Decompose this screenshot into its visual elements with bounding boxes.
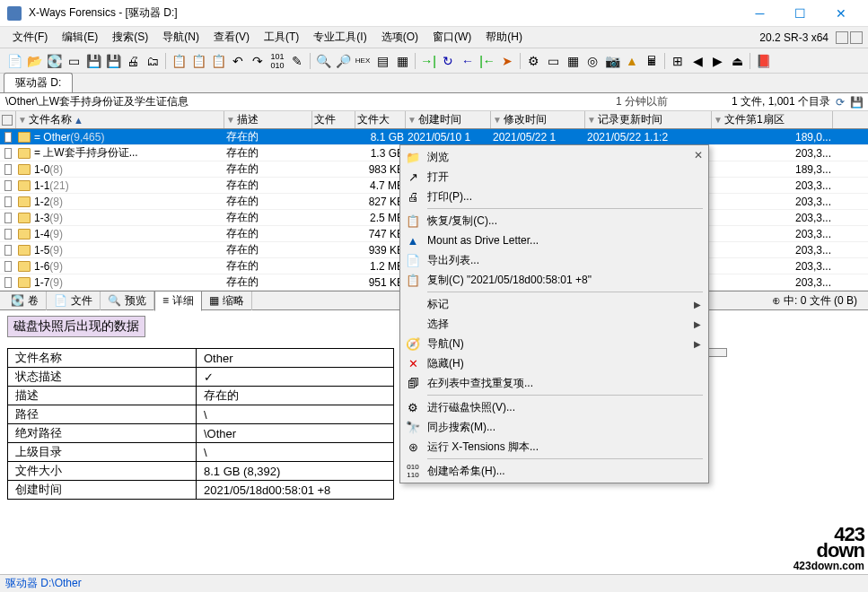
arrow-right-icon[interactable]: ➤ (498, 52, 516, 70)
cm-finddup[interactable]: 🗐在列表中查找重复项... (402, 373, 706, 393)
gear-icon[interactable]: ⚙ (524, 52, 542, 70)
menu-help[interactable]: 帮助(H) (478, 28, 530, 47)
cm-copy[interactable]: 📋复制(C) "2021/05/18d00:58:01 +8" (402, 270, 706, 290)
col-ctime[interactable]: ▼创建时间 (406, 111, 491, 128)
row-checkbox[interactable] (4, 196, 12, 207)
eject-icon[interactable]: ⏏ (728, 52, 746, 70)
col-filename[interactable]: ▼文件名称▲ (16, 111, 224, 128)
cm-browse[interactable]: 📁浏览 (402, 147, 706, 167)
write-icon[interactable]: ✎ (288, 52, 306, 70)
menu-tools[interactable]: 工具(T) (257, 28, 306, 47)
cm-print[interactable]: 🖨打印(P)... (402, 187, 706, 206)
filter-icon[interactable]: ▤ (373, 52, 391, 70)
chip-icon[interactable]: ▦ (564, 52, 582, 70)
clip-icon[interactable]: 📋 (209, 52, 227, 70)
list-icon[interactable]: ▦ (393, 52, 411, 70)
go-right-icon[interactable]: →| (419, 52, 437, 70)
row-checkbox[interactable] (4, 164, 12, 175)
camera-icon[interactable]: 📷 (603, 52, 621, 70)
cm-hide[interactable]: ✕隐藏(H) (402, 353, 706, 373)
tab-volume[interactable]: 💽卷 (4, 292, 47, 310)
cm-select[interactable]: 选择▶ (402, 314, 706, 334)
menu-view[interactable]: 查看(V) (206, 28, 257, 47)
undo-icon[interactable]: ↶ (229, 52, 247, 70)
col-sector[interactable]: ▼文件第1扇区 (712, 111, 833, 128)
flag-icon[interactable]: ▲ (623, 52, 641, 70)
binary-icon[interactable]: 101010 (268, 52, 286, 70)
col-mtime[interactable]: ▼修改时间 (491, 111, 585, 128)
ram-icon[interactable]: ▭ (65, 52, 83, 70)
hex-icon[interactable]: HEX (354, 52, 372, 70)
menu-options[interactable]: 选项(O) (374, 28, 425, 47)
col-checkbox[interactable] (0, 111, 16, 128)
play-back-icon[interactable]: ◀ (688, 52, 706, 70)
save-snapshot-icon[interactable]: 💾 (850, 96, 863, 109)
cm-hashset[interactable]: 010110创建哈希集(H)... (402, 461, 706, 481)
paste-icon[interactable]: 📋 (189, 52, 207, 70)
target-icon[interactable]: ◎ (583, 52, 601, 70)
back-icon[interactable]: ← (459, 52, 477, 70)
target-info: ⊕ 中: 0 文件 (0 B) (765, 293, 864, 309)
row-checkbox[interactable] (4, 180, 12, 191)
disk-icon[interactable]: 💽 (45, 52, 63, 70)
table-row[interactable]: = Other (9,465) 存在的 8.1 GB 2021/05/10 1 … (0, 129, 868, 145)
restore-icon[interactable] (836, 31, 848, 44)
cm-tag[interactable]: 标记▶ (402, 294, 706, 314)
cm-snapshot[interactable]: ⚙进行磁盘快照(V)... (402, 397, 706, 417)
copy-icon[interactable]: 📋 (170, 52, 188, 70)
refresh-icon[interactable]: ⟳ (836, 96, 848, 109)
cm-open[interactable]: ↗打开 (402, 167, 706, 187)
row-checkbox[interactable] (4, 213, 12, 223)
col-file[interactable]: 文件 (312, 111, 355, 128)
col-rtime[interactable]: ▼记录更新时间 (585, 111, 712, 128)
cm-simsearch[interactable]: 🔭同步搜索(M)... (402, 417, 706, 437)
row-checkbox[interactable] (4, 229, 12, 239)
col-size[interactable]: 文件大 (355, 111, 406, 128)
row-checkbox[interactable] (4, 277, 12, 288)
tab-preview[interactable]: 🔍预览 (101, 292, 154, 310)
print-icon[interactable]: 🖨 (124, 52, 142, 70)
row-checkbox[interactable] (4, 261, 12, 272)
case-icon[interactable]: 🗂 (144, 52, 162, 70)
tab-details[interactable]: ≡详细 (154, 291, 202, 311)
tab-file[interactable]: 📄文件 (47, 292, 101, 310)
tab-thumb[interactable]: ▦缩略 (202, 292, 252, 310)
minimize-button[interactable]: ─ (740, 0, 780, 27)
menu-file[interactable]: 文件(F) (5, 28, 55, 47)
row-checkbox[interactable] (4, 245, 12, 256)
close-child-icon[interactable] (850, 31, 863, 44)
go-left-icon[interactable]: |← (478, 52, 496, 70)
cm-recover[interactable]: 📋恢复/复制(C)... (402, 211, 706, 231)
file-name: 1-7 (34, 276, 49, 289)
col-desc[interactable]: ▼描述 (224, 111, 312, 128)
cpu-icon[interactable]: ▭ (544, 52, 562, 70)
row-checkbox[interactable] (4, 148, 12, 159)
maximize-button[interactable]: ☐ (780, 0, 820, 27)
menu-edit[interactable]: 编辑(E) (55, 28, 105, 47)
cm-nav[interactable]: 🧭导航(N)▶ (402, 334, 706, 353)
calc-icon[interactable]: 🖩 (643, 52, 661, 70)
grid-icon[interactable]: ⊞ (669, 52, 687, 70)
cm-xtension[interactable]: ⊛运行 X-Tensions 脚本... (402, 437, 706, 457)
row-checkbox[interactable] (4, 132, 12, 143)
menu-search[interactable]: 搜索(S) (105, 28, 155, 47)
close-button[interactable]: ✕ (820, 0, 861, 27)
new-icon[interactable]: 📄 (5, 52, 23, 70)
menu-protools[interactable]: 专业工具(I) (306, 28, 373, 47)
redo-icon[interactable]: ↷ (249, 52, 267, 70)
find-icon[interactable]: 🔍 (314, 52, 332, 70)
cm-export[interactable]: 📄导出列表... (402, 250, 706, 270)
redo2-icon[interactable]: ↻ (439, 52, 457, 70)
tab-drive-d[interactable]: 驱动器 D: (4, 73, 73, 92)
search2-icon[interactable]: 🔎 (334, 52, 352, 70)
open-icon[interactable]: 📂 (25, 52, 43, 70)
cell-desc: 存在的 (224, 129, 312, 144)
book-icon[interactable]: 📕 (754, 52, 772, 70)
cm-mount[interactable]: ▲Mount as Drive Letter... (402, 231, 706, 250)
saveall-icon[interactable]: 💾 (104, 52, 122, 70)
menu-nav[interactable]: 导航(N) (155, 28, 206, 47)
play-fwd-icon[interactable]: ▶ (708, 52, 726, 70)
menu-window[interactable]: 窗口(W) (425, 28, 478, 47)
window-controls: ─ ☐ ✕ (740, 0, 861, 27)
save-icon[interactable]: 💾 (84, 52, 102, 70)
